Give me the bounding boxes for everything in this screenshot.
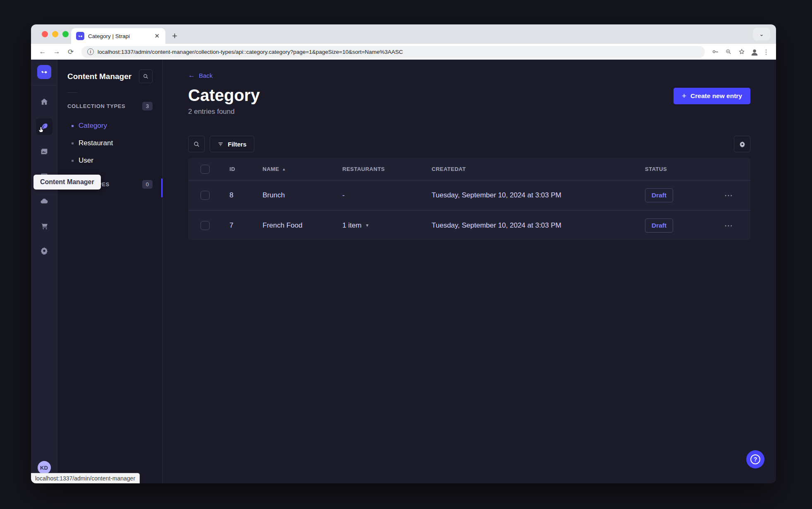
- profile-avatar-icon[interactable]: [750, 47, 759, 57]
- nav-home-icon[interactable]: [36, 94, 53, 110]
- bullet-icon: [72, 125, 74, 127]
- cell-id: 7: [229, 221, 263, 230]
- column-header-createdat[interactable]: CREATEDAT: [432, 166, 645, 172]
- bookmark-star-icon[interactable]: [736, 46, 747, 57]
- question-mark-icon: ?: [750, 454, 760, 464]
- chevron-down-icon: ▼: [365, 223, 369, 228]
- subnav-item-restaurant[interactable]: Restaurant: [57, 134, 162, 152]
- subnav-item-label: Restaurant: [79, 139, 113, 147]
- help-button[interactable]: ?: [746, 450, 764, 468]
- create-new-entry-button[interactable]: + Create new entry: [673, 88, 750, 104]
- browser-menu-icon[interactable]: ⋮: [762, 48, 770, 56]
- back-icon[interactable]: ←: [37, 46, 48, 58]
- collection-types-label: COLLECTION TYPES: [67, 103, 125, 109]
- entries-count: 2 entries found: [188, 108, 260, 116]
- subnav-title: Content Manager: [67, 72, 131, 81]
- back-arrow-icon: ←: [188, 71, 195, 79]
- collection-types-count-badge: 3: [142, 102, 153, 110]
- main-nav-sidebar: KD: [31, 60, 57, 483]
- filters-button-label: Filters: [228, 141, 246, 148]
- table-search-button[interactable]: [188, 136, 205, 152]
- subnav-item-label: User: [79, 156, 93, 165]
- status-badge: Draft: [645, 188, 673, 202]
- row-actions-button[interactable]: ⋯: [724, 190, 750, 200]
- subnav-item-label: Category: [79, 122, 107, 130]
- cell-name: French Food: [263, 221, 342, 230]
- link-status-bar: localhost:1337/admin/content-manager: [31, 473, 140, 483]
- cell-createdat: Tuesday, September 10, 2024 at 3:03 PM: [432, 191, 645, 199]
- content-manager-subnav: Content Manager COLLECTION TYPES 3 Categ…: [57, 60, 163, 483]
- filter-icon: [217, 141, 224, 147]
- nav-content-manager-icon[interactable]: [36, 118, 53, 135]
- site-info-icon[interactable]: i: [87, 48, 94, 55]
- plus-icon: +: [682, 91, 686, 101]
- table-row[interactable]: 8 Brunch - Tuesday, September 10, 2024 a…: [188, 180, 750, 210]
- subnav-search-button[interactable]: [139, 70, 153, 83]
- select-all-checkbox[interactable]: [201, 165, 210, 174]
- row-checkbox[interactable]: [201, 191, 210, 200]
- bullet-icon: [72, 142, 74, 144]
- url-text: localhost:1337/admin/content-manager/col…: [98, 49, 403, 55]
- browser-toolbar: ← → ⟳ i localhost:1337/admin/content-man…: [31, 44, 776, 60]
- user-avatar[interactable]: KD: [38, 461, 51, 474]
- content-manager-tooltip: Content Manager: [33, 175, 101, 190]
- nav-settings-icon[interactable]: [36, 242, 53, 259]
- strapi-favicon-icon: [76, 32, 84, 40]
- status-badge: Draft: [645, 218, 673, 233]
- table-row[interactable]: 7 French Food 1 item ▼ Tuesday, Septembe…: [188, 210, 750, 240]
- nav-marketplace-icon[interactable]: [36, 218, 53, 234]
- back-link[interactable]: ← Back: [188, 71, 213, 79]
- row-checkbox[interactable]: [201, 221, 210, 230]
- forward-icon[interactable]: →: [51, 46, 62, 58]
- strapi-logo-icon[interactable]: [37, 65, 51, 79]
- minimize-window-button[interactable]: [52, 31, 58, 37]
- window-controls: [42, 31, 69, 37]
- column-header-restaurants[interactable]: RESTAURANTS: [342, 166, 432, 172]
- cell-restaurants: -: [342, 191, 432, 199]
- gear-icon: [739, 141, 746, 148]
- cell-name: Brunch: [263, 191, 342, 199]
- column-header-status[interactable]: STATUS: [645, 166, 724, 172]
- browser-window: Category | Strapi ✕ + ⌄ ← → ⟳ i localhos…: [31, 24, 776, 483]
- cell-createdat: Tuesday, September 10, 2024 at 3:03 PM: [432, 221, 645, 230]
- row-actions-button[interactable]: ⋯: [724, 221, 750, 230]
- sidebar-divider: [31, 85, 57, 85]
- url-bar[interactable]: i localhost:1337/admin/content-manager/c…: [81, 46, 705, 58]
- tab-close-icon[interactable]: ✕: [153, 32, 161, 40]
- main-content: ← Back Category 2 entries found + Create…: [163, 60, 776, 483]
- column-header-id[interactable]: ID: [229, 166, 263, 172]
- single-types-count-badge: 0: [142, 180, 153, 189]
- password-key-icon[interactable]: [710, 46, 721, 57]
- subnav-item-user[interactable]: User: [57, 152, 162, 169]
- cell-id: 8: [229, 191, 263, 199]
- tab-search-chevron-icon[interactable]: ⌄: [753, 28, 770, 41]
- reload-icon[interactable]: ⟳: [65, 46, 76, 58]
- active-item-indicator: [161, 178, 162, 197]
- filters-button[interactable]: Filters: [210, 136, 254, 152]
- column-header-name[interactable]: NAME ▲: [263, 166, 342, 172]
- table-header-row: ID NAME ▲ RESTAURANTS CREATEDAT STATUS: [188, 158, 750, 180]
- page-title: Category: [188, 86, 260, 104]
- zoom-lens-icon[interactable]: [723, 46, 734, 57]
- subnav-item-category[interactable]: Category: [57, 117, 162, 134]
- strapi-app: KD Content Manager COLLECTION TYPES 3 Ca…: [31, 60, 776, 483]
- create-button-label: Create new entry: [690, 92, 742, 100]
- sort-asc-icon: ▲: [282, 167, 286, 171]
- close-window-button[interactable]: [42, 31, 48, 37]
- maximize-window-button[interactable]: [62, 31, 69, 37]
- table-settings-button[interactable]: [734, 136, 750, 152]
- browser-tab[interactable]: Category | Strapi ✕: [71, 28, 165, 44]
- back-link-label: Back: [199, 72, 213, 79]
- entries-table: ID NAME ▲ RESTAURANTS CREATEDAT STATUS 8…: [188, 158, 750, 240]
- nav-cloud-icon[interactable]: [36, 193, 53, 209]
- subnav-divider: [67, 92, 77, 93]
- new-tab-button[interactable]: +: [172, 31, 177, 41]
- browser-tabstrip: Category | Strapi ✕ + ⌄: [31, 24, 776, 44]
- cell-restaurants[interactable]: 1 item ▼: [342, 221, 432, 230]
- nav-media-library-icon[interactable]: [36, 143, 53, 160]
- mouse-cursor-icon: [37, 126, 46, 135]
- tab-title: Category | Strapi: [88, 33, 149, 39]
- bullet-icon: [72, 160, 74, 162]
